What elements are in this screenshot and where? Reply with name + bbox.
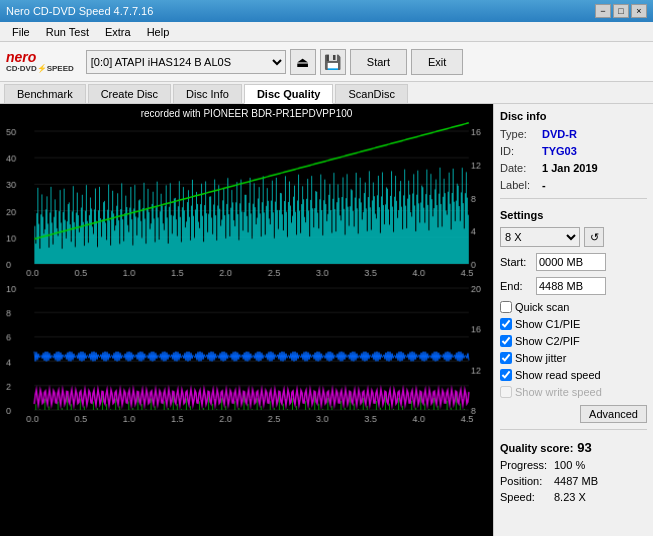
disc-date-label: Date: — [500, 162, 538, 174]
tab-benchmark[interactable]: Benchmark — [4, 84, 86, 103]
speed-row-2: Speed: 8.23 X — [500, 491, 647, 503]
eject-button[interactable]: ⏏ — [290, 49, 316, 75]
show-c1pie-label: Show C1/PIE — [515, 318, 580, 330]
disc-type-value: DVD-R — [542, 128, 577, 140]
speed-row: 8 X ↺ — [500, 227, 647, 247]
settings-title: Settings — [500, 209, 647, 221]
show-jitter-checkbox[interactable] — [500, 352, 512, 364]
quick-scan-row: Quick scan — [500, 301, 647, 313]
disc-type-label: Type: — [500, 128, 538, 140]
tab-disc-quality[interactable]: Disc Quality — [244, 84, 334, 104]
nero-brand: nero — [6, 50, 36, 64]
advanced-button[interactable]: Advanced — [580, 405, 647, 423]
position-label: Position: — [500, 475, 550, 487]
main-content: recorded with PIONEER BDR-PR1EPDVPP100 D… — [0, 104, 653, 536]
show-c2pif-label: Show C2/PIF — [515, 335, 580, 347]
quality-score-value: 93 — [577, 440, 591, 455]
menu-file[interactable]: File — [4, 24, 38, 40]
show-c2pif-checkbox[interactable] — [500, 335, 512, 347]
titlebar-controls: − □ × — [595, 4, 647, 18]
refresh-button[interactable]: ↺ — [584, 227, 604, 247]
bottom-chart — [4, 278, 489, 425]
divider-2 — [500, 429, 647, 430]
disc-id-row: ID: TYG03 — [500, 145, 647, 157]
menu-run-test[interactable]: Run Test — [38, 24, 97, 40]
end-mb-label: End: — [500, 280, 532, 292]
titlebar-title: Nero CD-DVD Speed 4.7.7.16 — [6, 5, 153, 17]
nero-product: CD·DVD⚡SPEED — [6, 64, 74, 73]
tabs: Benchmark Create Disc Disc Info Disc Qua… — [0, 82, 653, 104]
start-mb-input[interactable] — [536, 253, 606, 271]
disc-date-row: Date: 1 Jan 2019 — [500, 162, 647, 174]
progress-label: Progress: — [500, 459, 550, 471]
exit-button[interactable]: Exit — [411, 49, 463, 75]
quality-score-label: Quality score: — [500, 442, 573, 454]
disc-id-value: TYG03 — [542, 145, 577, 157]
right-panel: Disc info Type: DVD-R ID: TYG03 Date: 1 … — [493, 104, 653, 536]
tab-disc-info[interactable]: Disc Info — [173, 84, 242, 103]
start-mb-row: Start: — [500, 253, 647, 271]
close-button[interactable]: × — [631, 4, 647, 18]
disc-id-label: ID: — [500, 145, 538, 157]
end-mb-input[interactable] — [536, 277, 606, 295]
show-c1pie-row: Show C1/PIE — [500, 318, 647, 330]
speed-select[interactable]: 8 X — [500, 227, 580, 247]
progress-value: 100 % — [554, 459, 585, 471]
quick-scan-checkbox[interactable] — [500, 301, 512, 313]
show-jitter-label: Show jitter — [515, 352, 566, 364]
show-write-speed-row: Show write speed — [500, 386, 647, 398]
start-button[interactable]: Start — [350, 49, 407, 75]
speed-label: Speed: — [500, 491, 550, 503]
show-write-speed-checkbox[interactable] — [500, 386, 512, 398]
disc-date-value: 1 Jan 2019 — [542, 162, 598, 174]
disc-label-row: Label: - — [500, 179, 647, 191]
tab-scandisc[interactable]: ScanDisc — [335, 84, 407, 103]
show-jitter-row: Show jitter — [500, 352, 647, 364]
minimize-button[interactable]: − — [595, 4, 611, 18]
nero-logo: nero CD·DVD⚡SPEED — [6, 50, 74, 73]
menu-extra[interactable]: Extra — [97, 24, 139, 40]
quick-scan-label: Quick scan — [515, 301, 569, 313]
chart-area: recorded with PIONEER BDR-PR1EPDVPP100 — [0, 104, 493, 536]
show-read-speed-checkbox[interactable] — [500, 369, 512, 381]
drive-select[interactable]: [0:0] ATAPI iHAS124 B AL0S — [86, 50, 286, 74]
position-row: Position: 4487 MB — [500, 475, 647, 487]
titlebar: Nero CD-DVD Speed 4.7.7.16 − □ × — [0, 0, 653, 22]
show-read-speed-row: Show read speed — [500, 369, 647, 381]
menu-help[interactable]: Help — [139, 24, 178, 40]
speed-value: 8.23 X — [554, 491, 586, 503]
show-c1pie-checkbox[interactable] — [500, 318, 512, 330]
maximize-button[interactable]: □ — [613, 4, 629, 18]
top-chart — [4, 121, 489, 278]
toolbar: nero CD·DVD⚡SPEED [0:0] ATAPI iHAS124 B … — [0, 42, 653, 82]
divider-1 — [500, 198, 647, 199]
show-write-speed-label: Show write speed — [515, 386, 602, 398]
menubar: File Run Test Extra Help — [0, 22, 653, 42]
quality-score-row: Quality score: 93 — [500, 440, 647, 455]
chart-title: recorded with PIONEER BDR-PR1EPDVPP100 — [4, 108, 489, 119]
disc-label-label: Label: — [500, 179, 538, 191]
position-value: 4487 MB — [554, 475, 598, 487]
tab-create-disc[interactable]: Create Disc — [88, 84, 171, 103]
disc-info-title: Disc info — [500, 110, 647, 122]
show-read-speed-label: Show read speed — [515, 369, 601, 381]
progress-row: Progress: 100 % — [500, 459, 647, 471]
disc-type-row: Type: DVD-R — [500, 128, 647, 140]
save-button[interactable]: 💾 — [320, 49, 346, 75]
start-mb-label: Start: — [500, 256, 532, 268]
end-mb-row: End: — [500, 277, 647, 295]
show-c2pif-row: Show C2/PIF — [500, 335, 647, 347]
disc-label-value: - — [542, 179, 546, 191]
